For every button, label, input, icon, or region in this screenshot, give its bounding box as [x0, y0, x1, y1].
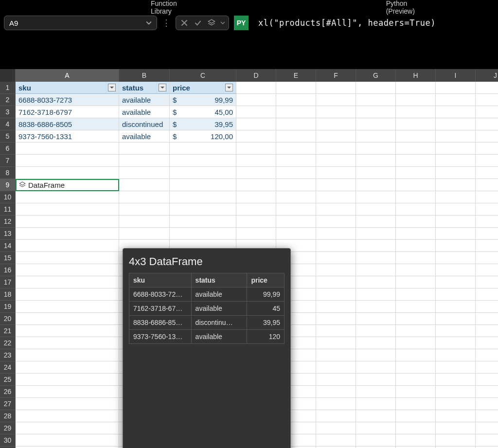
- cell-H1[interactable]: [396, 82, 436, 94]
- cell-J22[interactable]: [476, 337, 498, 349]
- cell-G13[interactable]: [356, 228, 396, 240]
- column-header-H[interactable]: H: [396, 69, 436, 82]
- cell-G28[interactable]: [356, 410, 396, 422]
- cell-F10[interactable]: [316, 191, 356, 203]
- cell-I9[interactable]: [436, 179, 476, 191]
- cell-B6[interactable]: [119, 143, 170, 155]
- cell-H12[interactable]: [396, 215, 436, 228]
- chevron-down-icon[interactable]: [220, 18, 226, 28]
- cell-E9[interactable]: [276, 179, 316, 191]
- cell-I25[interactable]: [436, 374, 476, 386]
- python-output-icon[interactable]: [206, 18, 217, 28]
- cell-A14[interactable]: [16, 240, 119, 252]
- cancel-icon[interactable]: [179, 18, 190, 28]
- cell-D8[interactable]: [236, 167, 276, 179]
- cell-G25[interactable]: [356, 374, 396, 386]
- cell-D1[interactable]: [236, 82, 276, 94]
- cell-A1[interactable]: sku: [16, 82, 119, 94]
- cell-J25[interactable]: [476, 374, 498, 386]
- cell-G9[interactable]: [356, 179, 396, 191]
- cell-F18[interactable]: [316, 288, 356, 301]
- row-header-3[interactable]: 3: [0, 106, 16, 118]
- cell-F30[interactable]: [316, 434, 356, 447]
- cell-C7[interactable]: [170, 155, 236, 167]
- row-header-15[interactable]: 15: [0, 252, 16, 264]
- name-box[interactable]: A9: [4, 16, 157, 30]
- cell-D6[interactable]: [236, 143, 276, 155]
- cell-A2[interactable]: 6688-8033-7273: [16, 94, 119, 106]
- cell-E5[interactable]: [276, 130, 316, 143]
- cell-G15[interactable]: [356, 252, 396, 264]
- cell-G7[interactable]: [356, 155, 396, 167]
- cell-A20[interactable]: [16, 313, 119, 325]
- cell-H17[interactable]: [396, 276, 436, 288]
- cell-D3[interactable]: [236, 106, 276, 118]
- cell-C3[interactable]: $45,00: [170, 106, 236, 118]
- row-header-8[interactable]: 8: [0, 167, 16, 179]
- cell-H28[interactable]: [396, 410, 436, 422]
- cell-A30[interactable]: [16, 434, 119, 447]
- cell-C11[interactable]: [170, 203, 236, 215]
- cell-I8[interactable]: [436, 167, 476, 179]
- cell-A11[interactable]: [16, 203, 119, 215]
- cell-I3[interactable]: [436, 106, 476, 118]
- cell-A17[interactable]: [16, 276, 119, 288]
- cell-C1[interactable]: price: [170, 82, 236, 94]
- python-mode-badge[interactable]: PY: [234, 16, 249, 30]
- cell-G20[interactable]: [356, 313, 396, 325]
- cell-F4[interactable]: [316, 118, 356, 130]
- cell-G14[interactable]: [356, 240, 396, 252]
- cell-A29[interactable]: [16, 422, 119, 434]
- cell-A4[interactable]: 8838-6886-8505: [16, 118, 119, 130]
- cell-I11[interactable]: [436, 203, 476, 215]
- cell-I20[interactable]: [436, 313, 476, 325]
- cell-H6[interactable]: [396, 143, 436, 155]
- cell-G1[interactable]: [356, 82, 396, 94]
- cell-I28[interactable]: [436, 410, 476, 422]
- cell-J10[interactable]: [476, 191, 498, 203]
- cell-H21[interactable]: [396, 325, 436, 337]
- cell-G16[interactable]: [356, 264, 396, 276]
- cell-F29[interactable]: [316, 422, 356, 434]
- cell-E13[interactable]: [276, 228, 316, 240]
- cell-J16[interactable]: [476, 264, 498, 276]
- cell-J20[interactable]: [476, 313, 498, 325]
- cell-B1[interactable]: status: [119, 82, 170, 94]
- cell-F16[interactable]: [316, 264, 356, 276]
- cell-F6[interactable]: [316, 143, 356, 155]
- cell-H3[interactable]: [396, 106, 436, 118]
- cell-I6[interactable]: [436, 143, 476, 155]
- cell-F21[interactable]: [316, 325, 356, 337]
- cell-J30[interactable]: [476, 434, 498, 447]
- cell-F13[interactable]: [316, 228, 356, 240]
- cell-E4[interactable]: [276, 118, 316, 130]
- cell-D11[interactable]: [236, 203, 276, 215]
- cell-J19[interactable]: [476, 301, 498, 313]
- cell-H20[interactable]: [396, 313, 436, 325]
- cell-D9[interactable]: [236, 179, 276, 191]
- cell-D4[interactable]: [236, 118, 276, 130]
- row-header-17[interactable]: 17: [0, 276, 16, 288]
- cell-D12[interactable]: [236, 215, 276, 228]
- cell-I24[interactable]: [436, 361, 476, 374]
- cell-J15[interactable]: [476, 252, 498, 264]
- cell-A19[interactable]: [16, 301, 119, 313]
- cell-I15[interactable]: [436, 252, 476, 264]
- column-header-I[interactable]: I: [436, 69, 476, 82]
- row-header-23[interactable]: 23: [0, 349, 16, 361]
- cell-A28[interactable]: [16, 410, 119, 422]
- row-header-29[interactable]: 29: [0, 422, 16, 434]
- vertical-dots-icon[interactable]: ⋮: [160, 18, 173, 28]
- cell-J17[interactable]: [476, 276, 498, 288]
- cell-F28[interactable]: [316, 410, 356, 422]
- cell-C12[interactable]: [170, 215, 236, 228]
- cell-H4[interactable]: [396, 118, 436, 130]
- column-header-G[interactable]: G: [356, 69, 396, 82]
- cell-B11[interactable]: [119, 203, 170, 215]
- cell-B2[interactable]: available: [119, 94, 170, 106]
- cell-A6[interactable]: [16, 143, 119, 155]
- row-header-1[interactable]: 1: [0, 82, 16, 94]
- cell-C4[interactable]: $39,95: [170, 118, 236, 130]
- cell-J11[interactable]: [476, 203, 498, 215]
- cell-A26[interactable]: [16, 386, 119, 398]
